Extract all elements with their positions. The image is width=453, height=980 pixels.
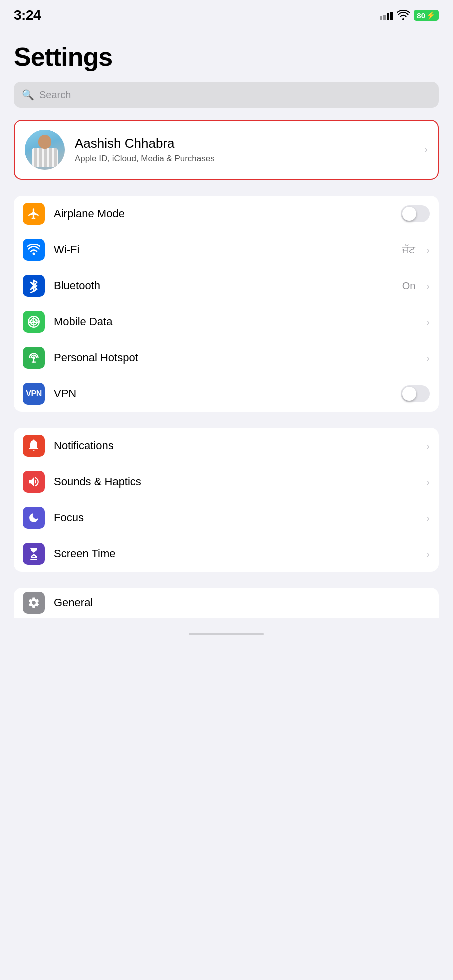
airplane-icon (28, 207, 40, 220)
moon-icon (28, 512, 40, 524)
status-time: 3:24 (14, 7, 41, 23)
personal-hotspot-row[interactable]: Personal Hotspot › (14, 340, 439, 376)
sounds-haptics-label: Sounds & Haptics (54, 475, 418, 488)
svg-point-0 (33, 253, 36, 255)
search-placeholder: Search (40, 89, 71, 101)
connectivity-group: Airplane Mode Wi-Fi ਜੱਟ › (14, 196, 439, 412)
profile-subtitle: Apple ID, iCloud, Media & Purchases (75, 154, 414, 164)
svg-rect-15 (30, 548, 38, 549)
mobile-data-chevron: › (426, 316, 430, 328)
general-partial-row[interactable]: General (14, 588, 439, 618)
battery-charge-icon: ⚡ (426, 11, 436, 20)
gear-icon (28, 596, 40, 609)
screen-time-row[interactable]: Screen Time › (14, 536, 439, 572)
sounds-haptics-chevron: › (426, 476, 430, 488)
notifications-icon (23, 435, 45, 457)
svg-rect-14 (34, 440, 35, 441)
battery-indicator: 80 ⚡ (414, 10, 439, 21)
system-group: Notifications › Sounds & Haptics › Focus… (14, 428, 439, 572)
sound-icon (28, 475, 40, 488)
vpn-text-icon: VPN (26, 389, 42, 398)
airplane-mode-toggle-thumb (402, 207, 416, 221)
wifi-chevron: › (426, 244, 430, 256)
page-title: Settings (0, 27, 453, 82)
svg-rect-16 (30, 559, 38, 560)
mobile-data-row[interactable]: Mobile Data › (14, 304, 439, 340)
wifi-icon-glyph (28, 244, 40, 255)
focus-icon (23, 507, 45, 529)
profile-name: Aashish Chhabra (75, 136, 414, 151)
airplane-mode-row[interactable]: Airplane Mode (14, 196, 439, 232)
wifi-icon (23, 239, 45, 261)
notifications-chevron: › (426, 440, 430, 452)
personal-hotspot-label: Personal Hotspot (54, 351, 418, 364)
personal-hotspot-icon (23, 347, 45, 369)
mobile-data-icon (23, 311, 45, 333)
vpn-toggle-thumb (402, 387, 416, 401)
status-bar: 3:24 80 ⚡ (0, 0, 453, 27)
bell-icon (28, 439, 40, 452)
bluetooth-row[interactable]: Bluetooth On › (14, 268, 439, 304)
home-indicator (189, 633, 264, 635)
profile-chevron: › (424, 143, 428, 156)
mobile-data-label: Mobile Data (54, 315, 418, 328)
vpn-icon: VPN (23, 383, 45, 405)
profile-card[interactable]: Aashish Chhabra Apple ID, iCloud, Media … (14, 120, 439, 180)
wifi-value: ਜੱਟ (402, 244, 416, 256)
bluetooth-icon-glyph (29, 279, 39, 293)
sounds-haptics-row[interactable]: Sounds & Haptics › (14, 464, 439, 500)
sounds-haptics-icon (23, 471, 45, 493)
bluetooth-label: Bluetooth (54, 279, 394, 292)
avatar (25, 130, 65, 170)
screen-time-chevron: › (426, 548, 430, 560)
wifi-label: Wi-Fi (54, 243, 394, 256)
status-icons: 80 ⚡ (380, 10, 439, 21)
wifi-status-icon (397, 10, 410, 20)
hourglass-icon (28, 547, 40, 560)
signal-bars-icon (380, 10, 393, 20)
general-label: General (54, 596, 430, 609)
battery-level: 80 (417, 11, 426, 20)
airplane-mode-label: Airplane Mode (54, 207, 392, 220)
profile-info: Aashish Chhabra Apple ID, iCloud, Media … (75, 136, 414, 164)
airplane-mode-toggle[interactable] (401, 205, 430, 222)
screen-time-label: Screen Time (54, 547, 418, 560)
personal-hotspot-chevron: › (426, 352, 430, 364)
screen-time-icon (23, 543, 45, 565)
vpn-row[interactable]: VPN VPN (14, 376, 439, 412)
focus-row[interactable]: Focus › (14, 500, 439, 536)
mobile-data-icon-glyph (28, 315, 40, 328)
notifications-row[interactable]: Notifications › (14, 428, 439, 464)
vpn-toggle[interactable] (401, 385, 430, 402)
hotspot-icon-glyph (28, 351, 40, 364)
notifications-label: Notifications (54, 439, 418, 452)
general-icon (23, 592, 45, 614)
bluetooth-chevron: › (426, 280, 430, 292)
airplane-mode-icon (23, 203, 45, 225)
vpn-label: VPN (54, 387, 392, 400)
focus-label: Focus (54, 511, 418, 524)
focus-chevron: › (426, 512, 430, 524)
bluetooth-icon (23, 275, 45, 297)
wifi-row[interactable]: Wi-Fi ਜੱਟ › (14, 232, 439, 268)
search-icon: 🔍 (22, 89, 34, 101)
search-bar[interactable]: 🔍 Search (14, 82, 439, 108)
bluetooth-value: On (402, 280, 416, 292)
